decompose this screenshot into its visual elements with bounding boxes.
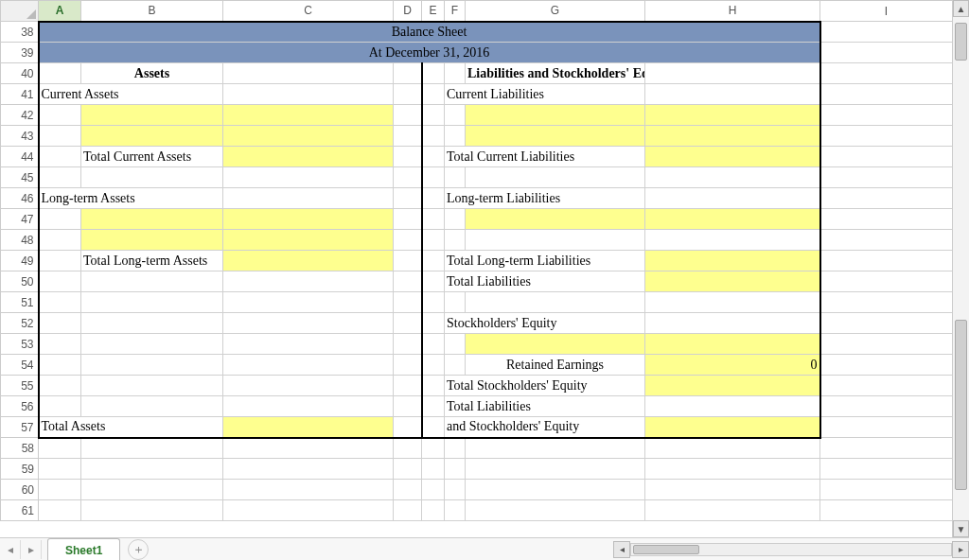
cell-51-H[interactable] xyxy=(645,292,820,313)
scroll-thumb[interactable] xyxy=(955,320,967,490)
cell-45-H[interactable] xyxy=(645,167,820,188)
cell-49-H[interactable] xyxy=(645,251,820,271)
tab-nav-prev[interactable]: ▸ xyxy=(21,540,42,559)
cell-56-H[interactable] xyxy=(645,396,820,417)
cell-59-D[interactable] xyxy=(394,459,422,480)
cell-60-D[interactable] xyxy=(394,480,422,500)
cell-49-A[interactable] xyxy=(39,251,81,271)
row-header-40[interactable]: 40 xyxy=(1,63,39,84)
cell-49-E[interactable] xyxy=(422,251,445,271)
cell-61-D[interactable] xyxy=(394,500,422,521)
cell-57-C[interactable] xyxy=(223,417,394,438)
cell-49-D[interactable] xyxy=(394,251,422,271)
cell-60-G[interactable] xyxy=(466,480,645,500)
cell-58-D[interactable] xyxy=(394,438,422,459)
cell-48-G[interactable] xyxy=(466,230,645,251)
cell-46-D[interactable] xyxy=(394,188,422,209)
cell-42-G[interactable] xyxy=(466,105,645,126)
cell-47-A[interactable] xyxy=(39,209,81,230)
row-header-38[interactable]: 38 xyxy=(1,22,39,43)
cell-52-B[interactable] xyxy=(81,313,223,334)
cell-56-A[interactable] xyxy=(39,396,81,417)
cell-47-B[interactable] xyxy=(81,209,223,230)
cell-58-B[interactable] xyxy=(81,438,223,459)
cell-44-H[interactable] xyxy=(645,147,820,167)
cell-44-D[interactable] xyxy=(394,147,422,167)
cell-52-D[interactable] xyxy=(394,313,422,334)
row-header-49[interactable]: 49 xyxy=(1,251,39,271)
row-header-51[interactable]: 51 xyxy=(1,292,39,313)
cell-53-A[interactable] xyxy=(39,334,81,355)
row-header-54[interactable]: 54 xyxy=(1,355,39,376)
cell-58-A[interactable] xyxy=(39,438,81,459)
row-header-43[interactable]: 43 xyxy=(1,126,39,147)
cell-58-F[interactable] xyxy=(445,438,466,459)
row-header-59[interactable]: 59 xyxy=(1,459,39,480)
cell-61-A[interactable] xyxy=(39,500,81,521)
cell-55-F[interactable]: Total Stockholders' Equity xyxy=(445,376,645,396)
cell-51-F[interactable] xyxy=(445,292,466,313)
cell-55-D[interactable] xyxy=(394,376,422,396)
cell-38-title[interactable]: Balance Sheet xyxy=(39,22,820,43)
cell-40-G[interactable]: Liabilities and Stockholders' Equity xyxy=(466,63,645,84)
cell-52-I[interactable] xyxy=(820,313,953,334)
cell-39-title[interactable]: At December 31, 2016 xyxy=(39,43,820,63)
cell-43-G[interactable] xyxy=(466,126,645,147)
cell-57-A[interactable]: Total Assets xyxy=(39,417,223,438)
cell-54-E[interactable] xyxy=(422,355,445,376)
cell-61-G[interactable] xyxy=(466,500,645,521)
cell-58-H[interactable] xyxy=(645,438,820,459)
cell-52-A[interactable] xyxy=(39,313,81,334)
cell-42-H[interactable] xyxy=(645,105,820,126)
cell-59-F[interactable] xyxy=(445,459,466,480)
cell-55-A[interactable] xyxy=(39,376,81,396)
row-header-61[interactable]: 61 xyxy=(1,500,39,521)
cell-48-C[interactable] xyxy=(223,230,394,251)
select-all-corner[interactable] xyxy=(1,1,39,22)
col-header-C[interactable]: C xyxy=(223,1,394,22)
cell-41-E[interactable] xyxy=(422,84,445,105)
row-header-45[interactable]: 45 xyxy=(1,167,39,188)
cell-56-E[interactable] xyxy=(422,396,445,417)
cell-41-A[interactable]: Current Assets xyxy=(39,84,223,105)
cell-59-H[interactable] xyxy=(645,459,820,480)
cell-44-A[interactable] xyxy=(39,147,81,167)
row-header-52[interactable]: 52 xyxy=(1,313,39,334)
cell-61-I[interactable] xyxy=(820,500,953,521)
cell-44-C[interactable] xyxy=(223,147,394,167)
cell-50-B[interactable] xyxy=(81,271,223,292)
cell-51-C[interactable] xyxy=(223,292,394,313)
cell-40-F[interactable] xyxy=(445,63,466,84)
cell-49-I[interactable] xyxy=(820,251,953,271)
cell-42-F[interactable] xyxy=(445,105,466,126)
cell-60-F[interactable] xyxy=(445,480,466,500)
cell-60-H[interactable] xyxy=(645,480,820,500)
cell-53-G[interactable] xyxy=(466,334,645,355)
hscroll-track[interactable] xyxy=(630,543,952,556)
scroll-track[interactable] xyxy=(953,17,969,520)
cell-45-F[interactable] xyxy=(445,167,466,188)
cell-54-I[interactable] xyxy=(820,355,953,376)
cell-60-B[interactable] xyxy=(81,480,223,500)
cell-53-C[interactable] xyxy=(223,334,394,355)
cell-51-B[interactable] xyxy=(81,292,223,313)
cell-53-E[interactable] xyxy=(422,334,445,355)
cell-51-I[interactable] xyxy=(820,292,953,313)
cell-45-I[interactable] xyxy=(820,167,953,188)
cell-39-I[interactable] xyxy=(820,43,953,63)
cell-44-E[interactable] xyxy=(422,147,445,167)
scroll-up-arrow[interactable]: ▲ xyxy=(953,0,969,17)
cell-47-H[interactable] xyxy=(645,209,820,230)
cell-45-A[interactable] xyxy=(39,167,81,188)
cell-54-D[interactable] xyxy=(394,355,422,376)
col-header-E[interactable]: E xyxy=(422,1,445,22)
row-header-53[interactable]: 53 xyxy=(1,334,39,355)
cell-47-F[interactable] xyxy=(445,209,466,230)
cell-55-H[interactable] xyxy=(645,376,820,396)
cell-55-I[interactable] xyxy=(820,376,953,396)
cell-49-F[interactable]: Total Long-term Liabilities xyxy=(445,251,645,271)
cell-56-C[interactable] xyxy=(223,396,394,417)
cell-56-D[interactable] xyxy=(394,396,422,417)
cell-48-E[interactable] xyxy=(422,230,445,251)
col-header-G[interactable]: G xyxy=(466,1,645,22)
